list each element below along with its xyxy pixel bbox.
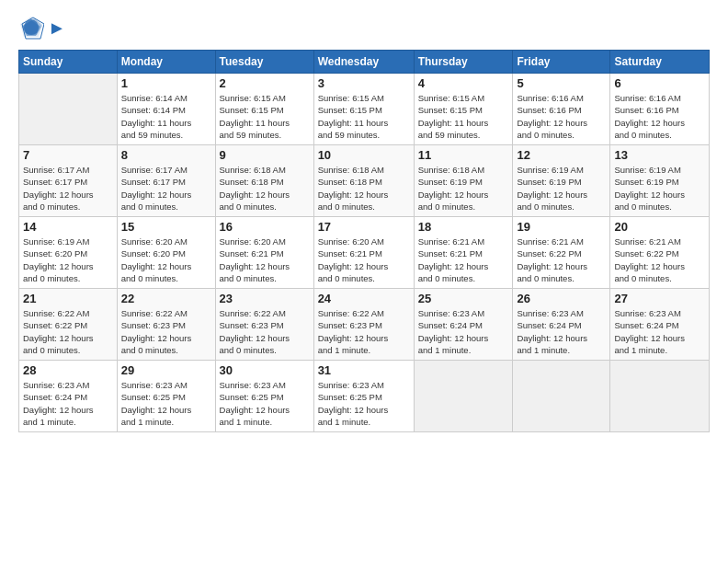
day-number: 10 [318,148,410,162]
day-number: 6 [614,76,705,90]
calendar-cell: 24Sunrise: 6:22 AM Sunset: 6:23 PM Dayli… [313,289,414,361]
calendar-cell: 4Sunrise: 6:15 AM Sunset: 6:15 PM Daylig… [414,74,513,145]
calendar-cell: 27Sunrise: 6:23 AM Sunset: 6:24 PM Dayli… [610,289,710,361]
calendar-header-thursday: Thursday [414,51,513,74]
day-number: 8 [121,148,211,162]
cell-info: Sunrise: 6:16 AM Sunset: 6:16 PM Dayligh… [517,92,606,141]
day-number: 25 [418,292,509,305]
calendar-cell: 26Sunrise: 6:23 AM Sunset: 6:24 PM Dayli… [513,289,610,361]
calendar-cell: 1Sunrise: 6:14 AM Sunset: 6:14 PM Daylig… [117,74,215,145]
calendar-cell: 6Sunrise: 6:16 AM Sunset: 6:16 PM Daylig… [610,74,710,145]
calendar-cell: 13Sunrise: 6:19 AM Sunset: 6:19 PM Dayli… [610,145,710,217]
day-number: 17 [318,220,410,234]
calendar-cell: 15Sunrise: 6:20 AM Sunset: 6:20 PM Dayli… [117,217,215,289]
calendar-cell: 20Sunrise: 6:21 AM Sunset: 6:22 PM Dayli… [610,217,710,289]
day-number: 23 [220,292,310,305]
day-number: 21 [23,292,113,305]
day-number: 29 [121,363,211,377]
cell-info: Sunrise: 6:22 AM Sunset: 6:23 PM Dayligh… [220,307,310,356]
day-number: 19 [517,220,606,234]
day-number: 5 [517,76,606,90]
page: ► SundayMondayTuesdayWednesdayThursdayFr… [0,0,728,442]
calendar-cell: 8Sunrise: 6:17 AM Sunset: 6:17 PM Daylig… [117,145,215,217]
calendar-cell: 22Sunrise: 6:22 AM Sunset: 6:23 PM Dayli… [117,289,215,361]
cell-info: Sunrise: 6:20 AM Sunset: 6:21 PM Dayligh… [318,236,410,284]
cell-info: Sunrise: 6:15 AM Sunset: 6:15 PM Dayligh… [318,92,410,141]
calendar-week-row: 1Sunrise: 6:14 AM Sunset: 6:14 PM Daylig… [19,74,710,145]
cell-info: Sunrise: 6:23 AM Sunset: 6:24 PM Dayligh… [23,379,113,428]
logo-line1: ► [48,17,66,39]
cell-info: Sunrise: 6:21 AM Sunset: 6:21 PM Dayligh… [418,236,509,284]
cell-info: Sunrise: 6:21 AM Sunset: 6:22 PM Dayligh… [517,236,606,284]
calendar-cell: 25Sunrise: 6:23 AM Sunset: 6:24 PM Dayli… [414,289,513,361]
day-number: 15 [121,220,211,234]
cell-info: Sunrise: 6:15 AM Sunset: 6:15 PM Dayligh… [220,92,310,141]
day-number: 2 [220,76,310,90]
day-number: 27 [614,292,705,305]
cell-info: Sunrise: 6:23 AM Sunset: 6:25 PM Dayligh… [121,379,211,428]
day-number: 3 [318,76,410,90]
logo-text-block: ► [48,17,66,39]
calendar-cell: 12Sunrise: 6:19 AM Sunset: 6:19 PM Dayli… [513,145,610,217]
day-number: 13 [614,148,705,162]
cell-info: Sunrise: 6:17 AM Sunset: 6:17 PM Dayligh… [121,164,211,213]
cell-info: Sunrise: 6:21 AM Sunset: 6:22 PM Dayligh… [614,236,705,284]
calendar-header-tuesday: Tuesday [215,51,313,74]
calendar-table: SundayMondayTuesdayWednesdayThursdayFrid… [18,50,710,432]
calendar-cell: 5Sunrise: 6:16 AM Sunset: 6:16 PM Daylig… [513,74,610,145]
cell-info: Sunrise: 6:18 AM Sunset: 6:18 PM Dayligh… [318,164,410,213]
calendar-cell: 10Sunrise: 6:18 AM Sunset: 6:18 PM Dayli… [313,145,414,217]
calendar-cell: 30Sunrise: 6:23 AM Sunset: 6:25 PM Dayli… [215,361,313,432]
cell-info: Sunrise: 6:23 AM Sunset: 6:24 PM Dayligh… [614,307,705,356]
calendar-cell: 14Sunrise: 6:19 AM Sunset: 6:20 PM Dayli… [19,217,118,289]
cell-info: Sunrise: 6:22 AM Sunset: 6:22 PM Dayligh… [23,307,113,356]
cell-info: Sunrise: 6:19 AM Sunset: 6:19 PM Dayligh… [517,164,606,213]
calendar-cell: 29Sunrise: 6:23 AM Sunset: 6:25 PM Dayli… [117,361,215,432]
header: ► [18,15,710,40]
calendar-cell: 3Sunrise: 6:15 AM Sunset: 6:15 PM Daylig… [313,74,414,145]
day-number: 22 [121,292,211,305]
day-number: 7 [23,148,113,162]
cell-info: Sunrise: 6:17 AM Sunset: 6:17 PM Dayligh… [23,164,113,213]
cell-info: Sunrise: 6:23 AM Sunset: 6:24 PM Dayligh… [418,307,509,356]
cell-info: Sunrise: 6:18 AM Sunset: 6:19 PM Dayligh… [418,164,509,213]
logo: ► [18,15,66,40]
calendar-header-wednesday: Wednesday [313,51,414,74]
day-number: 31 [318,363,410,377]
calendar-header-monday: Monday [117,51,215,74]
cell-info: Sunrise: 6:14 AM Sunset: 6:14 PM Dayligh… [121,92,211,141]
calendar-cell: 2Sunrise: 6:15 AM Sunset: 6:15 PM Daylig… [215,74,313,145]
calendar-header-friday: Friday [513,51,610,74]
calendar-cell: 18Sunrise: 6:21 AM Sunset: 6:21 PM Dayli… [414,217,513,289]
day-number: 18 [418,220,509,234]
day-number: 28 [23,363,113,377]
calendar-cell: 23Sunrise: 6:22 AM Sunset: 6:23 PM Dayli… [215,289,313,361]
day-number: 12 [517,148,606,162]
cell-info: Sunrise: 6:16 AM Sunset: 6:16 PM Dayligh… [614,92,705,141]
calendar-cell: 31Sunrise: 6:23 AM Sunset: 6:25 PM Dayli… [313,361,414,432]
cell-info: Sunrise: 6:23 AM Sunset: 6:24 PM Dayligh… [517,307,606,356]
day-number: 30 [220,363,310,377]
calendar-cell: 28Sunrise: 6:23 AM Sunset: 6:24 PM Dayli… [19,361,118,432]
day-number: 1 [121,76,211,90]
cell-info: Sunrise: 6:22 AM Sunset: 6:23 PM Dayligh… [121,307,211,356]
cell-info: Sunrise: 6:23 AM Sunset: 6:25 PM Dayligh… [318,379,410,428]
day-number: 24 [318,292,410,305]
cell-info: Sunrise: 6:19 AM Sunset: 6:19 PM Dayligh… [614,164,705,213]
calendar-week-row: 14Sunrise: 6:19 AM Sunset: 6:20 PM Dayli… [19,217,710,289]
calendar-cell: 16Sunrise: 6:20 AM Sunset: 6:21 PM Dayli… [215,217,313,289]
cell-info: Sunrise: 6:20 AM Sunset: 6:20 PM Dayligh… [121,236,211,284]
calendar-header-saturday: Saturday [610,51,710,74]
calendar-cell: 11Sunrise: 6:18 AM Sunset: 6:19 PM Dayli… [414,145,513,217]
day-number: 9 [220,148,310,162]
day-number: 26 [517,292,606,305]
calendar-week-row: 21Sunrise: 6:22 AM Sunset: 6:22 PM Dayli… [19,289,710,361]
day-number: 20 [614,220,705,234]
day-number: 4 [418,76,509,90]
cell-info: Sunrise: 6:22 AM Sunset: 6:23 PM Dayligh… [318,307,410,356]
calendar-header-row: SundayMondayTuesdayWednesdayThursdayFrid… [19,51,710,74]
day-number: 14 [23,220,113,234]
cell-info: Sunrise: 6:23 AM Sunset: 6:25 PM Dayligh… [220,379,310,428]
calendar-cell [610,361,710,432]
calendar-week-row: 7Sunrise: 6:17 AM Sunset: 6:17 PM Daylig… [19,145,710,217]
